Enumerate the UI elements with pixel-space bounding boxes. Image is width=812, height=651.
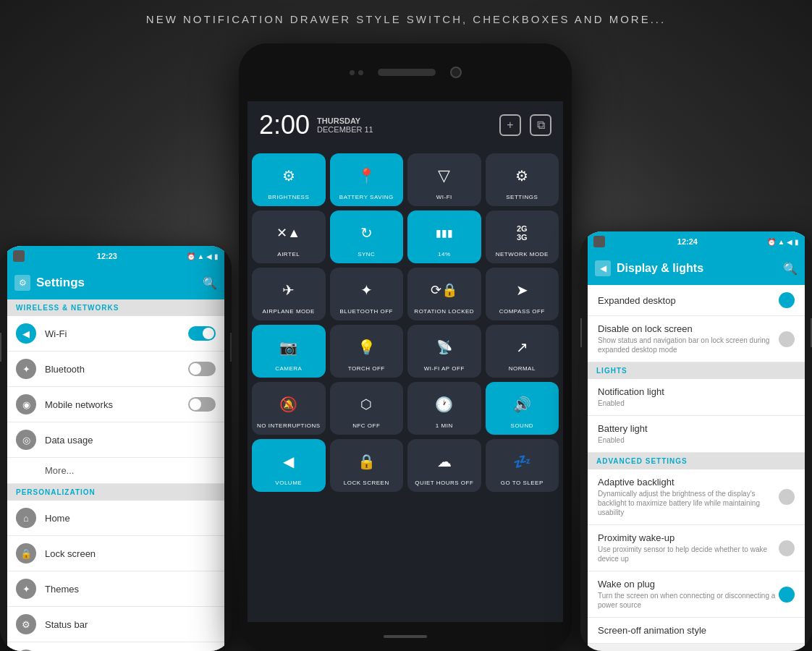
expanded-desktop-title: Expanded desktop	[598, 295, 779, 306]
grid-brightness[interactable]: ⚙ BRIGHTNESS	[252, 153, 326, 206]
list-item[interactable]: Disable on lock screen Show status and n…	[588, 316, 805, 362]
list-item[interactable]: ◀ Wi-Fi	[7, 316, 224, 352]
brightness-label: BRIGHTNESS	[268, 194, 309, 200]
list-item[interactable]: Proximity wake-up Use proximity sensor t…	[588, 525, 805, 571]
center-date: DECEMBER 11	[317, 125, 373, 134]
disable-lockscreen-toggle[interactable]	[779, 331, 795, 347]
section-personalization: PERSONALIZATION	[7, 484, 224, 501]
center-date-block: THURSDAY DECEMBER 11	[317, 116, 373, 134]
data-icon: ◎	[16, 430, 36, 450]
list-item[interactable]: Notification light Enabled	[588, 379, 805, 416]
grid-wifi-ap[interactable]: 📡 WI-FI AP OFF	[407, 325, 481, 378]
grid-lock-screen[interactable]: 🔒 LOCK SCREEN	[330, 439, 404, 492]
torch-icon: 💡	[352, 333, 380, 361]
grid-airtel[interactable]: ✕▲ AIRTEL	[252, 210, 326, 263]
grid-torch[interactable]: 💡 TORCH OFF	[330, 325, 404, 378]
normal-label: NORMAL	[509, 365, 536, 372]
grid-network-mode[interactable]: 2G3G NETWORK MODE	[486, 210, 559, 263]
sync-label: SYNC	[358, 251, 375, 258]
grid-sync[interactable]: ↻ SYNC	[330, 210, 404, 263]
notification-header: 2:00 THURSDAY DECEMBER 11 + ⧉	[248, 101, 563, 149]
quiet-hours-label: QUIET HOURS OFF	[415, 480, 473, 486]
list-item[interactable]: Screen-off animation style	[588, 618, 805, 644]
no-interruptions-icon: 🔕	[275, 391, 303, 418]
notification-light-desc: Enabled	[598, 399, 795, 408]
list-item[interactable]: ≡ Notification drawer	[7, 642, 224, 651]
wifi-toggle[interactable]	[188, 326, 216, 341]
grid-bluetooth[interactable]: ✦ BLUETOOTH OFF	[330, 268, 404, 320]
list-item[interactable]: Battery light Enabled	[588, 416, 805, 453]
list-item[interactable]: Adaptive backlight Dynamically adjust th…	[588, 469, 805, 525]
grid-no-interruptions[interactable]: 🔕 NO INTERRUPTIONS	[252, 382, 326, 435]
grid-compass[interactable]: ➤ COMPASS OFF	[486, 268, 559, 320]
grid-wifi[interactable]: ▽ WI-FI	[407, 153, 481, 206]
statusbar-icon: ⚙	[16, 614, 36, 634]
mobile-toggle[interactable]	[188, 397, 216, 412]
mobile-label: Mobile networks	[45, 399, 188, 410]
left-title: Settings	[36, 276, 203, 290]
network-mode-icon: 2G3G	[508, 219, 536, 247]
proximity-wakeup-toggle[interactable]	[779, 540, 795, 556]
airplane-label: AIRPLANE MODE	[263, 308, 315, 315]
section-wireless: WIRELESS & NETWORKS	[7, 299, 224, 316]
statusbar-label: Status bar	[45, 619, 216, 630]
grid-nfc[interactable]: ⬡ NFC OFF	[330, 382, 404, 435]
grid-settings[interactable]: ⚙ SETTINGS	[486, 153, 559, 206]
home-label: Home	[45, 513, 216, 524]
rotation-icon: ⟳🔒	[431, 276, 458, 304]
grid-volume[interactable]: ◀ VOLUME	[252, 439, 326, 492]
list-item[interactable]: ⚙ Status bar	[7, 607, 224, 642]
battery-saving-label: BATTERY SAVING	[339, 194, 394, 200]
grid-normal[interactable]: ↗ NORMAL	[486, 325, 559, 378]
left-search-icon[interactable]: 🔍	[203, 276, 217, 290]
airtel-label: AIRTEL	[277, 251, 300, 258]
list-item[interactable]: Expanded desktop	[588, 285, 805, 316]
adaptive-backlight-toggle[interactable]	[779, 489, 795, 505]
grid-rotation[interactable]: ⟳🔒 ROTATION LOCKED	[407, 268, 481, 320]
home-icon: ⌂	[16, 508, 36, 528]
grid-airplane[interactable]: ✈ AIRPLANE MODE	[252, 268, 326, 320]
side-button-left	[0, 333, 1, 362]
no-interruptions-label: NO INTERRUPTIONS	[257, 422, 321, 429]
grid-sound[interactable]: 🔊 SOUND	[486, 382, 559, 435]
grid-battery-saving[interactable]: 📍 BATTERY SAVING	[330, 153, 404, 206]
right-status-bar: 12:24 ⏰ ▲ ◀ ▮	[588, 231, 805, 252]
list-item[interactable]: Wake on plug Turn the screen on when con…	[588, 571, 805, 618]
bluetooth-grid-icon: ✦	[352, 276, 380, 304]
list-item[interactable]: ✦ Bluetooth	[7, 352, 224, 387]
list-item[interactable]: More...	[7, 458, 224, 484]
right-status-time: 12:24	[608, 237, 767, 246]
volume-label: VOLUME	[275, 480, 302, 486]
wifi-ap-icon: 📡	[431, 333, 458, 361]
wake-on-plug-desc: Turn the screen on when connecting or di…	[598, 591, 779, 610]
sleep-icon: 💤	[508, 448, 536, 475]
add-button[interactable]: +	[499, 114, 521, 136]
list-item[interactable]: ◉ Mobile networks	[7, 387, 224, 422]
volume-icon: ◀	[275, 448, 303, 475]
grid-quiet-hours[interactable]: ☁ QUIET HOURS OFF	[407, 439, 481, 492]
grid-camera[interactable]: 📷 CAMERA	[252, 325, 326, 378]
right-search-icon[interactable]: 🔍	[783, 262, 798, 276]
phone-left-screen: 12:23 ⏰ ▲ ◀ ▮ ⚙ Settings 🔍 WIRELESS & NE…	[7, 246, 224, 651]
compass-label: COMPASS OFF	[499, 308, 545, 315]
grid-battery[interactable]: ▮▮▮ 14%	[407, 210, 481, 263]
bluetooth-toggle[interactable]	[188, 362, 216, 376]
notification-light-text: Notification light Enabled	[598, 386, 795, 408]
expanded-desktop-toggle[interactable]	[779, 292, 795, 308]
grid-timeout[interactable]: 🕐 1 MIN	[407, 382, 481, 435]
airplane-icon: ✈	[275, 276, 303, 304]
list-item[interactable]: ⌂ Home	[7, 501, 224, 536]
battery-light-title: Battery light	[598, 423, 795, 434]
disable-lockscreen-title: Disable on lock screen	[598, 323, 779, 334]
wake-on-plug-toggle[interactable]	[779, 587, 795, 603]
list-item[interactable]: ◎ Data usage	[7, 422, 224, 458]
network-mode-label: NETWORK MODE	[496, 251, 549, 258]
list-item[interactable]: 🔒 Lock screen	[7, 536, 224, 571]
back-icon[interactable]: ◀	[595, 260, 611, 276]
adaptive-backlight-text: Adaptive backlight Dynamically adjust th…	[598, 477, 779, 517]
multi-window-button[interactable]: ⧉	[530, 114, 551, 136]
page-header: NEW NOTIFICATION DRAWER STYLE SWITCH, CH…	[0, 13, 812, 25]
list-item[interactable]: ✦ Themes	[7, 571, 224, 607]
grid-sleep[interactable]: 💤 GO TO SLEEP	[486, 439, 559, 492]
torch-label: TORCH OFF	[348, 365, 385, 372]
